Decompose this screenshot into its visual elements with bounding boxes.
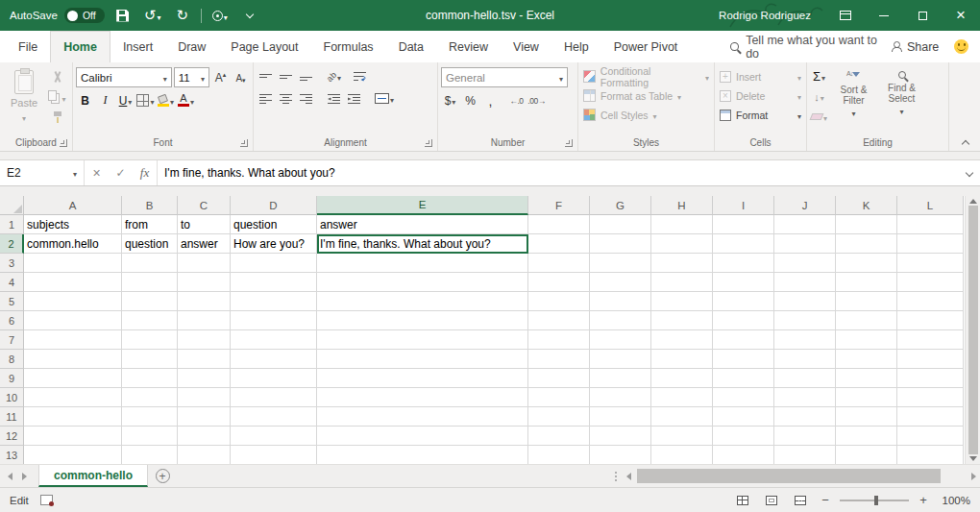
zoom-slider-thumb[interactable]: [874, 496, 878, 505]
conditional-formatting-button[interactable]: Conditional Formatting: [581, 67, 711, 85]
cell-h2[interactable]: [651, 234, 713, 254]
cell-b13[interactable]: [122, 446, 178, 464]
undo-button[interactable]: [141, 3, 164, 28]
column-header-d[interactable]: D: [231, 196, 317, 215]
cell-l13[interactable]: [897, 446, 964, 464]
cell-l1[interactable]: [897, 215, 964, 234]
cell-c10[interactable]: [178, 388, 231, 407]
cell-a10[interactable]: [24, 388, 122, 407]
column-header-k[interactable]: K: [836, 196, 897, 215]
cell-d4[interactable]: [231, 273, 317, 292]
column-header-f[interactable]: F: [528, 196, 590, 215]
tab-help[interactable]: Help: [551, 31, 601, 62]
sort-filter-button[interactable]: Sort & Filter: [831, 65, 876, 134]
cell-b8[interactable]: [122, 350, 178, 369]
scroll-left-icon[interactable]: [626, 473, 631, 480]
cell-k1[interactable]: [836, 215, 897, 234]
cell-g2[interactable]: [590, 234, 651, 254]
close-button[interactable]: [942, 0, 980, 31]
select-all-button[interactable]: [0, 196, 24, 215]
scroll-right-icon[interactable]: [971, 473, 976, 480]
collapse-ribbon-button[interactable]: [957, 134, 974, 147]
zoom-out-button[interactable]: [819, 494, 832, 506]
cell-g7[interactable]: [590, 330, 651, 350]
cell-i1[interactable]: [713, 215, 774, 234]
cell-e7[interactable]: [317, 330, 528, 350]
next-sheet-icon[interactable]: [22, 473, 27, 480]
cell-e6[interactable]: [317, 311, 528, 330]
row-header-7[interactable]: 7: [0, 330, 24, 350]
row-header-4[interactable]: 4: [0, 273, 24, 292]
increase-indent-button[interactable]: [345, 89, 363, 108]
cell-k10[interactable]: [836, 388, 897, 407]
cell-b5[interactable]: [122, 292, 178, 311]
cell-k2[interactable]: [836, 234, 897, 254]
cell-b12[interactable]: [122, 427, 178, 446]
cell-c5[interactable]: [178, 292, 231, 311]
cell-f8[interactable]: [528, 350, 590, 369]
cell-c2[interactable]: answer: [178, 234, 231, 254]
cell-e5[interactable]: [317, 292, 528, 311]
tab-file[interactable]: File: [6, 31, 50, 62]
column-header-i[interactable]: I: [713, 196, 774, 215]
cell-d10[interactable]: [231, 388, 317, 407]
scroll-up-icon[interactable]: [969, 199, 977, 204]
cell-d9[interactable]: [231, 369, 317, 388]
formula-input[interactable]: I'm fine, thanks. What about you?: [158, 160, 959, 185]
tab-page-layout[interactable]: Page Layout: [218, 31, 310, 62]
normal-view-button[interactable]: [732, 491, 753, 510]
cell-f1[interactable]: [528, 215, 590, 234]
cell-e11[interactable]: [317, 407, 528, 427]
vertical-scroll-thumb[interactable]: [968, 206, 978, 454]
column-header-g[interactable]: G: [590, 196, 651, 215]
cell-j7[interactable]: [774, 330, 836, 350]
cell-g12[interactable]: [590, 427, 651, 446]
percent-style-button[interactable]: %: [461, 91, 479, 110]
cell-f4[interactable]: [528, 273, 590, 292]
tab-view[interactable]: View: [501, 31, 551, 62]
cell-i7[interactable]: [713, 330, 774, 350]
cell-c3[interactable]: [178, 254, 231, 273]
orientation-button[interactable]: ab: [325, 67, 343, 85]
cell-l5[interactable]: [897, 292, 964, 311]
row-header-12[interactable]: 12: [0, 427, 24, 446]
cell-j6[interactable]: [774, 311, 836, 330]
scroll-down-icon[interactable]: [969, 456, 977, 461]
cell-f13[interactable]: [528, 446, 590, 464]
zoom-slider[interactable]: [840, 500, 909, 501]
column-header-b[interactable]: B: [122, 196, 178, 215]
cell-i8[interactable]: [713, 350, 774, 369]
tab-draw[interactable]: Draw: [165, 31, 218, 62]
cell-e12[interactable]: [317, 427, 528, 446]
cell-j3[interactable]: [774, 254, 836, 273]
cell-h5[interactable]: [651, 292, 713, 311]
cell-c12[interactable]: [178, 427, 231, 446]
decrease-font-size-button[interactable]: [232, 68, 250, 86]
comma-style-button[interactable]: ,: [481, 91, 500, 110]
row-header-13[interactable]: 13: [0, 446, 24, 464]
column-header-j[interactable]: J: [774, 196, 836, 215]
cell-h4[interactable]: [651, 273, 713, 292]
cell-c13[interactable]: [178, 446, 231, 464]
name-box[interactable]: E2: [0, 160, 85, 185]
cell-i11[interactable]: [713, 407, 774, 427]
insert-function-button[interactable]: fx: [133, 160, 157, 185]
tab-data[interactable]: Data: [386, 31, 436, 62]
cell-i2[interactable]: [713, 234, 774, 254]
cell-b3[interactable]: [122, 254, 178, 273]
cell-i5[interactable]: [713, 292, 774, 311]
cell-g8[interactable]: [590, 350, 651, 369]
horizontal-scroll-thumb[interactable]: [637, 469, 941, 483]
tab-formulas[interactable]: Formulas: [311, 31, 386, 62]
row-header-6[interactable]: 6: [0, 311, 24, 330]
horizontal-scrollbar[interactable]: [623, 465, 980, 487]
ribbon-display-options-button[interactable]: [826, 0, 865, 31]
cell-b10[interactable]: [122, 388, 178, 407]
font-name-combo[interactable]: Calibri: [76, 67, 172, 87]
cell-l10[interactable]: [897, 388, 964, 407]
cell-l6[interactable]: [897, 311, 964, 330]
cell-h9[interactable]: [651, 369, 713, 388]
row-header-11[interactable]: 11: [0, 407, 24, 427]
cell-k3[interactable]: [836, 254, 897, 273]
cell-k12[interactable]: [836, 427, 897, 446]
